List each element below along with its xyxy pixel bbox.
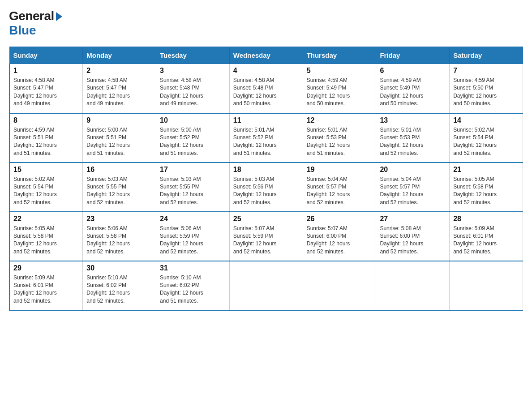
calendar-cell [450,261,523,310]
day-info: Sunrise: 5:10 AMSunset: 6:02 PMDaylight:… [86,274,130,304]
calendar-cell: 5 Sunrise: 4:59 AMSunset: 5:49 PMDayligh… [303,64,376,113]
calendar-week-5: 29 Sunrise: 5:09 AMSunset: 6:01 PMDaylig… [9,261,523,310]
calendar-cell: 18 Sunrise: 5:03 AMSunset: 5:56 PMDaylig… [229,163,303,212]
calendar-table: SundayMondayTuesdayWednesdayThursdayFrid… [9,47,523,311]
day-number: 1 [13,67,79,75]
calendar-cell: 6 Sunrise: 4:59 AMSunset: 5:49 PMDayligh… [376,64,450,113]
day-number: 29 [13,264,79,272]
calendar-cell: 2 Sunrise: 4:58 AMSunset: 5:47 PMDayligh… [83,64,156,113]
calendar-cell: 8 Sunrise: 4:59 AMSunset: 5:51 PMDayligh… [9,113,83,163]
day-number: 15 [13,166,79,174]
day-info: Sunrise: 5:09 AMSunset: 6:01 PMDaylight:… [453,225,497,255]
day-info: Sunrise: 5:03 AMSunset: 5:55 PMDaylight:… [160,176,203,206]
calendar-cell: 12 Sunrise: 5:01 AMSunset: 5:53 PMDaylig… [303,113,376,163]
day-number: 6 [380,67,446,75]
day-number: 22 [13,215,79,223]
day-number: 23 [86,215,152,223]
day-number: 7 [453,67,519,75]
day-info: Sunrise: 5:09 AMSunset: 6:01 PMDaylight:… [13,274,57,304]
calendar-cell: 1 Sunrise: 4:58 AMSunset: 5:47 PMDayligh… [9,64,83,113]
day-info: Sunrise: 4:58 AMSunset: 5:47 PMDaylight:… [13,77,57,107]
calendar-cell: 21 Sunrise: 5:05 AMSunset: 5:58 PMDaylig… [450,163,523,212]
day-info: Sunrise: 5:00 AMSunset: 5:51 PMDaylight:… [86,127,130,156]
day-number: 9 [86,116,152,124]
day-number: 20 [380,166,446,174]
day-number: 27 [380,215,446,223]
calendar-cell: 13 Sunrise: 5:01 AMSunset: 5:53 PMDaylig… [376,113,450,163]
calendar-cell: 30 Sunrise: 5:10 AMSunset: 6:02 PMDaylig… [83,261,156,310]
day-number: 10 [160,116,226,124]
calendar-cell: 3 Sunrise: 4:58 AMSunset: 5:48 PMDayligh… [156,64,230,113]
day-info: Sunrise: 4:59 AMSunset: 5:50 PMDaylight:… [453,77,497,107]
day-info: Sunrise: 4:58 AMSunset: 5:48 PMDaylight:… [233,77,277,107]
logo: General Blue [9,9,62,38]
calendar-cell: 9 Sunrise: 5:00 AMSunset: 5:51 PMDayligh… [83,113,156,163]
day-number: 13 [380,116,446,124]
calendar-cell: 26 Sunrise: 5:07 AMSunset: 6:00 PMDaylig… [303,212,376,261]
calendar-cell: 25 Sunrise: 5:07 AMSunset: 5:59 PMDaylig… [229,212,303,261]
day-info: Sunrise: 5:08 AMSunset: 6:00 PMDaylight:… [380,225,423,255]
calendar-cell [376,261,450,310]
calendar-week-2: 8 Sunrise: 4:59 AMSunset: 5:51 PMDayligh… [9,113,523,163]
day-number: 28 [453,215,519,223]
day-info: Sunrise: 5:10 AMSunset: 6:02 PMDaylight:… [160,274,203,304]
calendar-cell: 15 Sunrise: 5:02 AMSunset: 5:54 PMDaylig… [9,163,83,212]
day-info: Sunrise: 5:04 AMSunset: 5:57 PMDaylight:… [380,176,423,206]
calendar-header-wednesday: Wednesday [229,47,303,64]
calendar-cell: 29 Sunrise: 5:09 AMSunset: 6:01 PMDaylig… [9,261,83,310]
day-info: Sunrise: 5:01 AMSunset: 5:52 PMDaylight:… [233,127,277,156]
day-info: Sunrise: 4:59 AMSunset: 5:49 PMDaylight:… [380,77,423,107]
calendar-cell: 31 Sunrise: 5:10 AMSunset: 6:02 PMDaylig… [156,261,230,310]
day-number: 12 [307,116,373,124]
calendar-cell: 23 Sunrise: 5:06 AMSunset: 5:58 PMDaylig… [83,212,156,261]
calendar-header-sunday: Sunday [9,47,83,64]
calendar-cell: 19 Sunrise: 5:04 AMSunset: 5:57 PMDaylig… [303,163,376,212]
day-number: 18 [233,166,299,174]
calendar-cell: 7 Sunrise: 4:59 AMSunset: 5:50 PMDayligh… [450,64,523,113]
day-info: Sunrise: 5:07 AMSunset: 5:59 PMDaylight:… [233,225,277,255]
day-number: 11 [233,116,299,124]
calendar-week-1: 1 Sunrise: 4:58 AMSunset: 5:47 PMDayligh… [9,64,523,113]
day-info: Sunrise: 5:01 AMSunset: 5:53 PMDaylight:… [380,127,423,156]
calendar-cell: 22 Sunrise: 5:05 AMSunset: 5:58 PMDaylig… [9,212,83,261]
day-info: Sunrise: 5:02 AMSunset: 5:54 PMDaylight:… [13,176,57,206]
logo-general-text: General [9,9,54,23]
day-number: 4 [233,67,299,75]
calendar-cell: 11 Sunrise: 5:01 AMSunset: 5:52 PMDaylig… [229,113,303,163]
calendar-header-friday: Friday [376,47,450,64]
calendar-header-saturday: Saturday [450,47,523,64]
day-number: 16 [86,166,152,174]
day-number: 26 [307,215,373,223]
day-info: Sunrise: 5:04 AMSunset: 5:57 PMDaylight:… [307,176,350,206]
day-info: Sunrise: 4:59 AMSunset: 5:51 PMDaylight:… [13,127,57,156]
day-info: Sunrise: 5:03 AMSunset: 5:55 PMDaylight:… [86,176,130,206]
calendar-cell: 20 Sunrise: 5:04 AMSunset: 5:57 PMDaylig… [376,163,450,212]
day-info: Sunrise: 5:06 AMSunset: 5:59 PMDaylight:… [160,225,203,255]
day-number: 19 [307,166,373,174]
day-info: Sunrise: 5:07 AMSunset: 6:00 PMDaylight:… [307,225,350,255]
day-info: Sunrise: 4:58 AMSunset: 5:47 PMDaylight:… [86,77,130,107]
calendar-cell: 4 Sunrise: 4:58 AMSunset: 5:48 PMDayligh… [229,64,303,113]
calendar-cell: 10 Sunrise: 5:00 AMSunset: 5:52 PMDaylig… [156,113,230,163]
day-number: 5 [307,67,373,75]
day-info: Sunrise: 5:05 AMSunset: 5:58 PMDaylight:… [453,176,497,206]
day-info: Sunrise: 5:06 AMSunset: 5:58 PMDaylight:… [86,225,130,255]
logo-triangle-icon [56,12,62,21]
calendar-cell [229,261,303,310]
logo-blue-text: Blue [9,23,36,38]
day-number: 30 [86,264,152,272]
day-info: Sunrise: 5:03 AMSunset: 5:56 PMDaylight:… [233,176,277,206]
day-number: 21 [453,166,519,174]
calendar-cell: 28 Sunrise: 5:09 AMSunset: 6:01 PMDaylig… [450,212,523,261]
calendar-header-tuesday: Tuesday [156,47,230,64]
day-number: 3 [160,67,226,75]
logo-general: General [9,9,62,23]
calendar-body: 1 Sunrise: 4:58 AMSunset: 5:47 PMDayligh… [9,64,523,310]
day-info: Sunrise: 5:05 AMSunset: 5:58 PMDaylight:… [13,225,57,255]
day-info: Sunrise: 5:00 AMSunset: 5:52 PMDaylight:… [160,127,203,156]
day-number: 2 [86,67,152,75]
calendar-cell: 14 Sunrise: 5:02 AMSunset: 5:54 PMDaylig… [450,113,523,163]
day-info: Sunrise: 5:01 AMSunset: 5:53 PMDaylight:… [307,127,350,156]
calendar-cell: 16 Sunrise: 5:03 AMSunset: 5:55 PMDaylig… [83,163,156,212]
calendar-cell: 24 Sunrise: 5:06 AMSunset: 5:59 PMDaylig… [156,212,230,261]
